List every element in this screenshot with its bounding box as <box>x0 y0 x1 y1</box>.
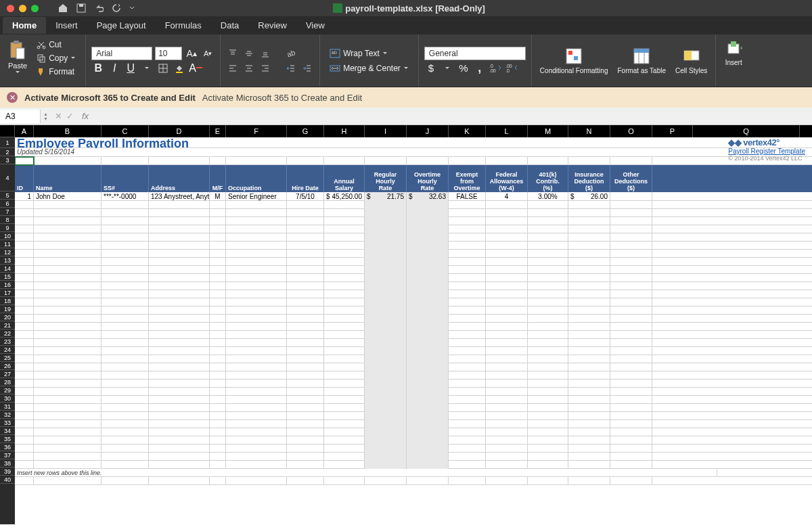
cell[interactable] <box>15 371 34 380</box>
template-link[interactable]: Payroll Register Template <box>728 147 805 155</box>
cell[interactable] <box>407 233 449 242</box>
row-header[interactable]: 32 <box>0 411 15 419</box>
cell[interactable] <box>528 242 568 250</box>
cell[interactable] <box>365 453 407 461</box>
cell[interactable] <box>102 347 149 355</box>
table-header-cell[interactable]: OvertimeHourlyRate <box>407 165 449 192</box>
table-header-cell[interactable]: AnnualSalary <box>324 165 365 192</box>
cell[interactable] <box>102 157 149 165</box>
cell[interactable] <box>365 266 407 274</box>
cell[interactable] <box>210 225 226 233</box>
cell[interactable] <box>226 371 287 380</box>
column-header[interactable]: O <box>610 125 652 137</box>
cell[interactable] <box>486 258 528 266</box>
align-right-icon[interactable] <box>258 62 272 75</box>
cell[interactable] <box>149 371 210 380</box>
cell[interactable] <box>15 331 34 339</box>
cell[interactable] <box>34 201 102 209</box>
cell[interactable] <box>365 201 407 209</box>
cell[interactable] <box>287 315 324 323</box>
cell[interactable] <box>287 157 324 165</box>
cell[interactable] <box>226 233 287 242</box>
cell[interactable] <box>365 225 407 233</box>
cell[interactable] <box>149 444 210 453</box>
cell[interactable] <box>287 453 324 461</box>
row-header[interactable]: 22 <box>0 329 15 338</box>
cell[interactable] <box>568 258 610 266</box>
cell[interactable] <box>407 157 449 165</box>
cell[interactable] <box>528 453 568 461</box>
cell[interactable] <box>449 477 486 485</box>
cell[interactable] <box>210 453 226 461</box>
cell[interactable] <box>610 323 652 331</box>
cell[interactable] <box>568 428 610 436</box>
cell[interactable] <box>486 225 528 233</box>
cell[interactable] <box>102 258 149 266</box>
cell[interactable] <box>486 363 528 371</box>
cell[interactable] <box>102 315 149 323</box>
cell[interactable] <box>226 225 287 233</box>
decrease-decimal-icon[interactable]: .00.0 <box>505 62 519 75</box>
cell[interactable] <box>610 298 652 306</box>
cell[interactable] <box>528 363 568 371</box>
cell[interactable] <box>102 453 149 461</box>
cell[interactable] <box>610 428 652 436</box>
cell[interactable] <box>15 225 34 233</box>
cut-button[interactable]: Cut <box>32 39 80 51</box>
cell[interactable] <box>568 363 610 371</box>
tab-page-layout[interactable]: Page Layout <box>87 17 156 34</box>
table-header-cell[interactable]: RegularHourlyRate <box>365 165 407 192</box>
percent-button[interactable]: % <box>457 62 470 75</box>
cell[interactable] <box>226 217 287 225</box>
cell[interactable] <box>102 420 149 428</box>
cell[interactable] <box>324 258 365 266</box>
cell[interactable] <box>287 371 324 380</box>
cell[interactable] <box>449 298 486 306</box>
cell[interactable] <box>449 388 486 396</box>
cell[interactable] <box>610 396 652 404</box>
cell[interactable] <box>528 477 568 485</box>
cell[interactable] <box>34 209 102 217</box>
cell[interactable] <box>610 250 652 258</box>
bold-button[interactable]: B <box>91 62 105 75</box>
cell[interactable] <box>226 339 287 347</box>
cell[interactable] <box>528 298 568 306</box>
cancel-formula-icon[interactable]: ✕ <box>55 111 62 121</box>
cell[interactable] <box>365 242 407 250</box>
cell[interactable] <box>210 250 226 258</box>
cell[interactable] <box>449 233 486 242</box>
cell[interactable] <box>528 282 568 290</box>
cell[interactable] <box>324 477 365 485</box>
table-header-cell[interactable]: ID <box>15 165 34 192</box>
paste-button[interactable]: Paste <box>5 37 30 79</box>
cell[interactable] <box>568 339 610 347</box>
cell[interactable] <box>287 355 324 363</box>
cell[interactable] <box>610 192 652 201</box>
row-header[interactable]: 26 <box>0 362 15 370</box>
cell[interactable] <box>449 225 486 233</box>
cell[interactable] <box>486 290 528 298</box>
cell[interactable] <box>486 315 528 323</box>
cell[interactable] <box>449 209 486 217</box>
underline-button[interactable]: U <box>124 62 137 75</box>
cell[interactable] <box>102 477 149 485</box>
cell[interactable] <box>407 339 449 347</box>
italic-button[interactable]: I <box>108 62 121 75</box>
cell[interactable]: M <box>210 192 226 201</box>
number-format-select[interactable]: General <box>424 47 526 60</box>
cell[interactable] <box>149 209 210 217</box>
cell[interactable] <box>324 282 365 290</box>
cell[interactable] <box>287 444 324 453</box>
cell[interactable] <box>287 233 324 242</box>
row-header[interactable]: 20 <box>0 313 15 321</box>
cell[interactable] <box>102 371 149 380</box>
cell[interactable] <box>226 355 287 363</box>
cell[interactable] <box>449 157 486 165</box>
cell[interactable] <box>226 209 287 217</box>
cell[interactable] <box>365 323 407 331</box>
cell[interactable] <box>528 157 568 165</box>
row-header[interactable]: 19 <box>0 305 15 313</box>
cell[interactable] <box>149 315 210 323</box>
cell[interactable] <box>287 266 324 274</box>
cell[interactable] <box>149 347 210 355</box>
